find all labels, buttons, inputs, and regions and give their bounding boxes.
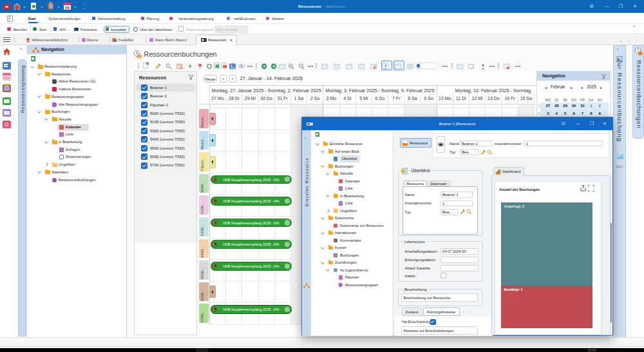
svg-text:12: 12 [137,55,141,59]
